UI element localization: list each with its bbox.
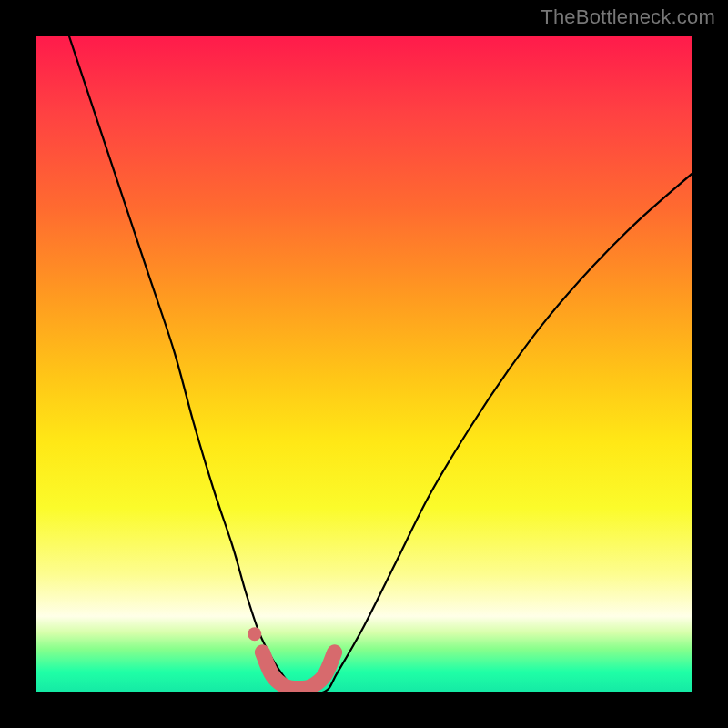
watermark-text: TheBottleneck.com [541,5,715,29]
plot-area [36,36,692,692]
bottleneck-curve [69,36,692,692]
curve-layer [36,36,692,692]
bottom-arc-dot [248,627,261,641]
bottom-arc-highlight [262,652,334,689]
chart-frame: TheBottleneck.com [0,0,728,728]
